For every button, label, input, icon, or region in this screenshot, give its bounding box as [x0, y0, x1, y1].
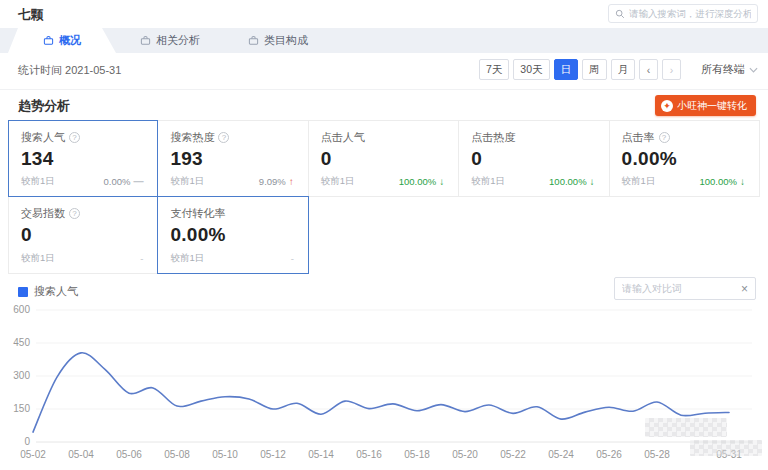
- range-button-30天[interactable]: 30天: [513, 59, 549, 80]
- info-icon[interactable]: ?: [218, 132, 229, 143]
- metric-card-点击率[interactable]: 点击率?0.00%较前1日100.00%↓: [609, 120, 760, 197]
- tab-bar: 概况 相关分析 类目构成: [0, 28, 768, 53]
- trend-section-title: 趋势分析: [18, 97, 70, 115]
- metric-card-搜索热度[interactable]: 搜索热度?193较前1日9.09%↑: [157, 120, 308, 197]
- metric-label: 搜索人气: [21, 130, 65, 145]
- y-axis-label: 600: [13, 304, 30, 315]
- keyword-search-box[interactable]: [608, 4, 758, 23]
- x-axis-label: 05-12: [260, 449, 286, 460]
- compare-period-label: 较前1日: [170, 252, 204, 265]
- range-button-周[interactable]: 周: [582, 59, 607, 80]
- tab-label: 概况: [59, 33, 81, 48]
- promo-convert-button[interactable]: ✦ 小旺神一键转化: [655, 95, 756, 116]
- legend-swatch-icon: [18, 287, 28, 297]
- change-value: 100.00%↓: [399, 176, 445, 187]
- change-value: 100.00%↓: [699, 176, 745, 187]
- info-icon[interactable]: ?: [69, 208, 80, 219]
- compare-word-input[interactable]: [622, 283, 737, 294]
- info-icon[interactable]: ?: [659, 132, 670, 143]
- date-toolbar: 统计时间 2021-05-31 7天30天日周月 ‹ › 所有终端: [0, 56, 768, 84]
- stat-time-label: 统计时间: [18, 64, 62, 76]
- x-axis-label: 05-28: [644, 449, 670, 460]
- briefcase-icon: [140, 35, 151, 46]
- info-icon[interactable]: ?: [69, 132, 80, 143]
- x-axis-label: 05-14: [308, 449, 334, 460]
- x-axis-label: 05-02: [20, 449, 46, 460]
- prev-period-button[interactable]: ‹: [639, 59, 658, 80]
- metric-label: 点击热度: [471, 130, 515, 145]
- compare-period-label: 较前1日: [170, 175, 204, 188]
- x-axis-label: 05-20: [452, 449, 478, 460]
- search-icon: [615, 9, 625, 19]
- metric-value: 0.00%: [170, 224, 295, 246]
- keyword-analysis-page: 七颗 概况 相关分析: [0, 0, 768, 470]
- tab-label: 类目构成: [264, 33, 308, 48]
- promo-button-label: 小旺神一键转化: [677, 99, 747, 113]
- metric-value: 0: [471, 148, 596, 170]
- watermark-blur: [645, 418, 727, 437]
- metric-label: 搜索热度: [170, 130, 214, 145]
- compare-period-label: 较前1日: [321, 175, 355, 188]
- y-axis-label: 450: [13, 337, 30, 348]
- terminal-dropdown[interactable]: 所有终端: [701, 62, 758, 77]
- metric-card-交易指数[interactable]: 交易指数?0较前1日-: [8, 196, 158, 274]
- range-button-7天[interactable]: 7天: [479, 59, 509, 80]
- x-axis-label: 05-26: [596, 449, 622, 460]
- metric-value: 0: [21, 224, 145, 246]
- close-icon[interactable]: ×: [737, 283, 748, 295]
- arrow-down-icon: ↓: [740, 176, 745, 187]
- metric-value: 134: [21, 148, 145, 170]
- metric-card-搜索人气[interactable]: 搜索人气?134较前1日0.00%—: [8, 120, 158, 197]
- metric-value: 193: [170, 148, 295, 170]
- range-button-月[interactable]: 月: [611, 59, 636, 80]
- chevron-down-icon: [749, 67, 758, 73]
- compare-period-label: 较前1日: [21, 175, 55, 188]
- briefcase-icon: [43, 35, 54, 46]
- metric-label: 点击人气: [321, 130, 365, 145]
- tab-category-composition[interactable]: 类目构成: [224, 28, 332, 53]
- arrow-down-icon: ↓: [590, 176, 595, 187]
- section-divider: [0, 89, 768, 90]
- metric-label: 支付转化率: [170, 206, 225, 221]
- search-input[interactable]: [629, 8, 751, 19]
- dash-icon: —: [133, 176, 143, 187]
- stat-time: 统计时间 2021-05-31: [18, 63, 121, 78]
- trend-line: [33, 353, 729, 432]
- page-title: 七颗: [18, 7, 43, 24]
- compare-word-box[interactable]: ×: [614, 277, 756, 300]
- promo-star-icon: ✦: [661, 100, 673, 112]
- y-axis-label: 0: [24, 436, 30, 447]
- metric-card-支付转化率[interactable]: 支付转化率0.00%较前1日-: [157, 196, 308, 274]
- x-axis-label: 05-18: [404, 449, 430, 460]
- change-value: 0.00%—: [103, 176, 143, 187]
- arrow-up-icon: ↑: [289, 176, 294, 187]
- x-axis-label: 05-08: [164, 449, 190, 460]
- top-bar: 七颗: [0, 0, 768, 28]
- x-axis-label: 05-06: [116, 449, 142, 460]
- trend-chart-area: 015030045060005-0205-0405-0605-0805-1005…: [8, 300, 760, 466]
- y-axis-label: 300: [13, 370, 30, 381]
- tab-related-analysis[interactable]: 相关分析: [116, 28, 224, 53]
- range-button-日[interactable]: 日: [554, 59, 579, 80]
- change-value: -: [291, 253, 294, 264]
- metric-card-点击热度[interactable]: 点击热度0较前1日100.00%↓: [458, 120, 609, 197]
- metric-label: 交易指数: [21, 206, 65, 221]
- metric-value: 0: [321, 148, 446, 170]
- y-axis-label: 150: [13, 403, 30, 414]
- metric-card-grid: 搜索人气?134较前1日0.00%—搜索热度?193较前1日9.09%↑点击人气…: [8, 120, 760, 274]
- x-axis-label: 05-04: [68, 449, 94, 460]
- terminal-label: 所有终端: [701, 62, 745, 77]
- tab-overview[interactable]: 概况: [8, 28, 116, 53]
- next-period-button[interactable]: ›: [662, 59, 681, 80]
- briefcase-icon: [248, 35, 259, 46]
- trend-line-chart[interactable]: 015030045060005-0205-0405-0605-0805-1005…: [8, 300, 760, 466]
- chart-legend[interactable]: 搜索人气: [18, 284, 78, 299]
- change-value: 100.00%↓: [549, 176, 595, 187]
- compare-period-label: 较前1日: [471, 175, 505, 188]
- change-value: -: [140, 253, 143, 264]
- watermark-blur: [690, 440, 762, 456]
- metric-card-点击人气[interactable]: 点击人气0较前1日100.00%↓: [308, 120, 459, 197]
- range-button-group: 7天30天日周月: [479, 59, 635, 80]
- date-controls: 7天30天日周月 ‹ › 所有终端: [479, 59, 758, 80]
- metric-value: 0.00%: [622, 148, 747, 170]
